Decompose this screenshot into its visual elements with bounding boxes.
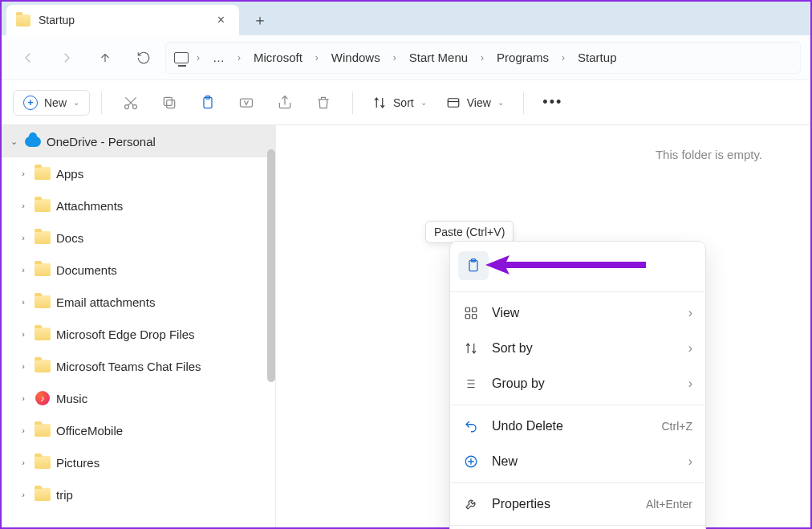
context-properties[interactable]: Properties Alt+Enter: [450, 486, 705, 522]
paste-button[interactable]: [190, 87, 225, 119]
svg-rect-13: [473, 315, 477, 319]
breadcrumb-item[interactable]: Microsoft: [249, 47, 307, 67]
divider: [450, 405, 705, 405]
share-button[interactable]: [267, 87, 302, 119]
svg-rect-11: [473, 307, 477, 311]
rename-button[interactable]: [229, 87, 264, 119]
undo-icon: [463, 419, 479, 433]
chevron-right-icon: ›: [18, 297, 29, 307]
folder-icon: [35, 424, 51, 437]
sidebar-onedrive[interactable]: ⌄ OneDrive - Personal: [2, 125, 275, 157]
folder-icon: [35, 360, 51, 372]
context-new[interactable]: New ›: [450, 444, 705, 479]
scrollbar[interactable]: [267, 149, 275, 382]
music-icon: ♪: [35, 391, 50, 405]
context-sort-by[interactable]: Sort by ›: [450, 331, 705, 366]
this-pc-icon: [174, 52, 189, 63]
sort-button[interactable]: Sort ⌄: [364, 91, 435, 115]
address-bar[interactable]: › … › Microsoft › Windows › Start Menu ›…: [165, 42, 801, 74]
folder-icon: [35, 328, 51, 340]
context-properties-shortcut: Alt+Enter: [646, 498, 692, 511]
sidebar-item[interactable]: › trip: [2, 478, 275, 511]
folder-icon: [35, 456, 51, 469]
breadcrumb-item[interactable]: Start Menu: [404, 47, 473, 67]
breadcrumb-item[interactable]: Programs: [492, 47, 554, 67]
sidebar-header-label: OneDrive - Personal: [47, 135, 156, 149]
chevron-down-icon: ⌄: [497, 98, 504, 107]
more-button[interactable]: •••: [535, 87, 570, 119]
close-tab-button[interactable]: ×: [213, 10, 229, 31]
tab-bar: Startup × ＋: [2, 2, 810, 35]
breadcrumb-item[interactable]: Windows: [327, 47, 385, 67]
chevron-right-icon: ›: [390, 52, 400, 63]
new-button[interactable]: + New ⌄: [13, 90, 90, 116]
breadcrumb-current[interactable]: Startup: [573, 47, 621, 67]
chevron-right-icon: ›: [18, 458, 29, 467]
folder-icon: [35, 167, 51, 180]
view-button[interactable]: View ⌄: [438, 91, 512, 115]
sidebar-item-label: Email attachments: [56, 295, 155, 309]
forward-button[interactable]: [50, 42, 83, 74]
divider: [450, 525, 705, 526]
breadcrumb-more[interactable]: …: [208, 47, 229, 67]
folder-icon: [35, 199, 51, 212]
grid-icon: [463, 306, 479, 320]
nav-bar: › … › Microsoft › Windows › Start Menu ›…: [2, 35, 810, 80]
context-properties-label: Properties: [492, 497, 550, 511]
up-button[interactable]: [88, 42, 122, 74]
divider: [450, 482, 705, 483]
context-paste-button[interactable]: [458, 251, 489, 280]
sidebar-item[interactable]: › OfficeMobile: [2, 414, 275, 446]
chevron-right-icon: ›: [18, 169, 29, 178]
chevron-right-icon: ›: [18, 361, 29, 371]
divider: [450, 291, 705, 292]
cloud-icon: [24, 136, 42, 147]
new-button-label: New: [44, 96, 67, 109]
sidebar-item[interactable]: › Pictures: [2, 446, 275, 478]
sidebar-item[interactable]: › Microsoft Teams Chat Files: [2, 350, 275, 382]
chevron-right-icon: ›: [18, 233, 29, 242]
refresh-button[interactable]: [127, 42, 160, 74]
sidebar-item[interactable]: › Documents: [2, 254, 275, 286]
context-group-by[interactable]: Group by ›: [450, 366, 705, 401]
tab-title: Startup: [39, 14, 75, 26]
plus-circle-icon: [463, 454, 479, 469]
sidebar-item-label: Documents: [56, 263, 117, 277]
empty-folder-message: This folder is empty.: [276, 125, 810, 161]
chevron-right-icon: ›: [18, 201, 29, 210]
tab-startup[interactable]: Startup ×: [6, 5, 239, 35]
chevron-right-icon: ›: [477, 52, 487, 63]
chevron-right-icon: ›: [688, 306, 692, 320]
context-group-label: Group by: [492, 376, 545, 391]
chevron-down-icon: ⌄: [420, 98, 427, 107]
sidebar-item[interactable]: › Apps: [2, 157, 275, 189]
new-tab-button[interactable]: ＋: [249, 9, 271, 31]
sidebar-item[interactable]: › Attachments: [2, 189, 275, 222]
context-view[interactable]: View ›: [450, 295, 705, 331]
svg-point-1: [133, 104, 137, 108]
sidebar-item[interactable]: › ♪ Music: [2, 382, 275, 414]
chevron-right-icon: ›: [18, 265, 29, 275]
chevron-right-icon: ›: [688, 341, 692, 356]
folder-icon: [16, 14, 30, 26]
context-sort-label: Sort by: [492, 341, 533, 356]
copy-button[interactable]: [152, 87, 187, 119]
svg-point-0: [125, 104, 129, 108]
sidebar-item[interactable]: › Email attachments: [2, 286, 275, 318]
svg-rect-10: [465, 307, 469, 311]
divider: [523, 92, 524, 114]
paste-tooltip: Paste (Ctrl+V): [425, 221, 514, 243]
sidebar-item-label: Docs: [56, 231, 83, 245]
delete-button[interactable]: [306, 87, 341, 119]
divider: [101, 92, 102, 114]
cut-button[interactable]: [113, 87, 148, 119]
sidebar-item[interactable]: › Docs: [2, 222, 275, 254]
chevron-right-icon: ›: [688, 376, 692, 391]
sidebar-item-label: trip: [56, 488, 73, 502]
sidebar-item[interactable]: › Microsoft Edge Drop Files: [2, 318, 275, 350]
chevron-right-icon: ›: [558, 52, 568, 63]
sidebar-item-label: OfficeMobile: [56, 424, 123, 437]
folder-icon: [35, 231, 51, 244]
back-button[interactable]: [11, 42, 45, 74]
context-undo-delete[interactable]: Undo Delete Ctrl+Z: [450, 409, 705, 444]
